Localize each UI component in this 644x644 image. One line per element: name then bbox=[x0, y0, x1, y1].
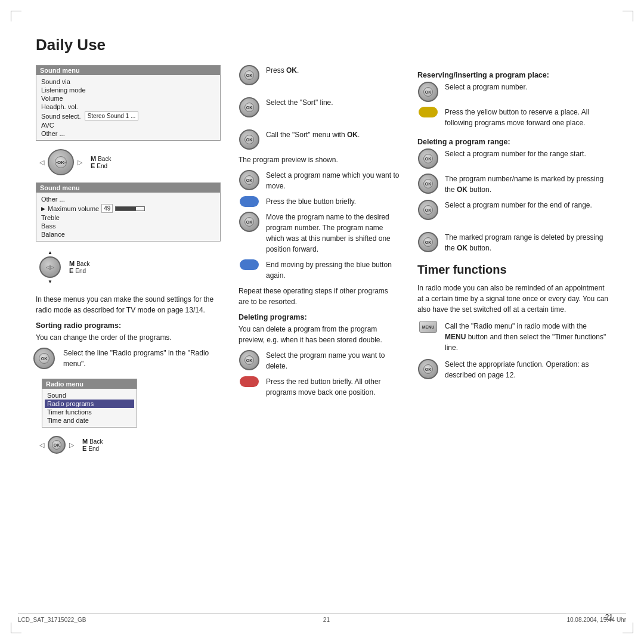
timer-title: Timer functions bbox=[417, 263, 608, 277]
move-program-text: Move the program name to the desired pro… bbox=[266, 212, 400, 255]
deleting-range-section: Deleting a program range: OK Select a pr… bbox=[417, 138, 608, 253]
page-footer: LCD_SAT_31715022_GB 21 10.08.2004, 15:44… bbox=[18, 613, 626, 623]
deleting-section: Deleting programs: You can delete a prog… bbox=[239, 313, 400, 398]
nav-ring-1[interactable]: ·OK· bbox=[48, 149, 74, 175]
radio-menu-timer: Timer functions bbox=[47, 408, 132, 416]
page-number: 21 bbox=[605, 613, 613, 621]
footer-left: LCD_SAT_31715022_GB bbox=[18, 617, 86, 623]
mark-by-ok-text: The program number/name is marked by pre… bbox=[445, 174, 608, 195]
call-sort-text: Call the "Sort" menu with OK. bbox=[266, 129, 400, 140]
move-program-row: OK Move the program name to the desired … bbox=[239, 212, 400, 255]
select-sort-text: Select the "Sort" line. bbox=[266, 97, 400, 108]
press-red-row: Press the red button briefly. All other … bbox=[239, 376, 400, 398]
blue-oval-2 bbox=[240, 259, 259, 270]
menu-item-sound-select: Sound select. Stereo Sound 1 ... bbox=[41, 111, 215, 121]
press-yellow-text: Press the yellow button to reserve a pla… bbox=[445, 107, 608, 128]
sound-menu-1: Sound menu Sound via Listening mode Volu… bbox=[36, 65, 221, 141]
menu-item-volume: Volume bbox=[41, 94, 215, 103]
menu-item-max-vol: ▶ Maximum volume 49 bbox=[41, 203, 215, 213]
red-oval bbox=[240, 376, 259, 387]
reserving-section: Reserving/inserting a program place: OK … bbox=[417, 71, 608, 128]
menu-button[interactable]: MENU bbox=[419, 321, 437, 333]
controls-row-1: ◁ ·OK· ▷ M Back E End bbox=[36, 147, 221, 178]
select-delete-text: Select the program name you want to dele… bbox=[266, 350, 400, 371]
footer-center: 21 bbox=[323, 617, 330, 623]
sound-menu-2: Sound menu Other ... ▶ Maximum volume 49… bbox=[36, 182, 221, 242]
sorting-text: You can change the order of the programs… bbox=[36, 332, 221, 343]
call-sort-row: OK Call the "Sort" menu with OK. bbox=[239, 129, 400, 150]
select-program-name-row: OK Select a program name which you want … bbox=[239, 170, 400, 191]
ok-btn-1[interactable]: ·OK· bbox=[55, 156, 67, 168]
press-blue-row: Press the blue button briefly. bbox=[239, 196, 400, 207]
select-delete-row: OK Select the program name you want to d… bbox=[239, 350, 400, 371]
end-moving-row: End moving by pressing the blue button a… bbox=[239, 259, 400, 281]
sound-select-value: Stereo Sound 1 ... bbox=[85, 112, 139, 120]
yellow-oval bbox=[419, 107, 438, 117]
back-label-2: Back bbox=[76, 261, 89, 267]
middle-column: OK Press OK. OK Select the "Sort" line. bbox=[239, 65, 400, 456]
sorting-section: Sorting radio programs: You can change t… bbox=[36, 321, 221, 456]
deleting-range-heading: Deleting a program range: bbox=[417, 138, 608, 146]
menu-item-balance: Balance bbox=[41, 230, 215, 239]
blue-oval-1 bbox=[240, 196, 259, 207]
back-label: Back bbox=[98, 156, 111, 162]
select-start-text: Select a program number for the range st… bbox=[445, 148, 608, 159]
select-program-name-text: Select a program name which you want to … bbox=[266, 170, 400, 191]
mark-by-ok-row: OK The program number/name is marked by … bbox=[417, 174, 608, 195]
body-text: In these menus you can make the sound se… bbox=[36, 294, 221, 315]
press-ok-row: OK Press OK. bbox=[239, 65, 400, 85]
select-sort-row: OK Select the "Sort" line. bbox=[239, 97, 400, 117]
end-label-1: End bbox=[97, 163, 107, 169]
repeat-text: Repeat these operating steps if other pr… bbox=[239, 286, 400, 307]
radio-menu-box: Radio menu Sound Radio programs Timer fu… bbox=[42, 379, 221, 428]
page-title: Daily Use bbox=[36, 36, 608, 54]
end-moving-text: End moving by pressing the blue button a… bbox=[266, 259, 400, 281]
reserving-heading: Reserving/inserting a program place: bbox=[417, 71, 608, 79]
controls-row-3: ◁ OK ▷ M Back E End bbox=[36, 434, 221, 456]
select-function-row: OK Select the appropriate function. Oper… bbox=[417, 359, 608, 380]
marked-range-row: OK The marked program range is deleted b… bbox=[417, 232, 608, 253]
menu-item-avc: AVC bbox=[41, 121, 215, 129]
press-blue-text: Press the blue button briefly. bbox=[266, 196, 400, 207]
timer-section: Timer functions In radio mode you can al… bbox=[417, 263, 608, 380]
end-label-2: End bbox=[75, 268, 86, 274]
menu-item-sound-via: Sound via bbox=[41, 78, 215, 86]
press-red-text: Press the red button briefly. All other … bbox=[266, 376, 400, 398]
select-end-text: Select a program number for the end of r… bbox=[445, 200, 608, 210]
sound-menu-2-title: Sound menu bbox=[36, 183, 220, 193]
footer-right: 10.08.2004, 15:44 Uhr bbox=[566, 617, 626, 623]
call-radio-menu-text: Call the "Radio menu" in radio mode with… bbox=[445, 321, 608, 353]
program-preview-text: The program preview is shown. bbox=[239, 154, 400, 165]
sorting-instr-row: OK Select the line "Radio programs" in t… bbox=[36, 348, 221, 374]
select-function-text: Select the appropriate function. Operati… bbox=[445, 359, 608, 380]
sorting-instr-text: Select the line "Radio programs" in the … bbox=[63, 348, 221, 369]
right-column: Reserving/inserting a program place: OK … bbox=[417, 65, 608, 456]
menu-item-bass: Bass bbox=[41, 222, 215, 230]
marked-range-text: The marked program range is deleted by p… bbox=[445, 232, 608, 253]
controls-row-2: ▲ ◁▷ ▼ M Back E End bbox=[36, 247, 221, 287]
timer-intro: In radio mode you can also be reminded o… bbox=[417, 283, 608, 315]
radio-menu-radio-programs: Radio programs bbox=[45, 400, 134, 408]
nav-ring-3[interactable]: OK bbox=[48, 436, 66, 454]
sound-menu-1-title: Sound menu bbox=[36, 66, 220, 75]
deleting-text: You can delete a program from the progra… bbox=[239, 324, 400, 345]
press-yellow-row: Press the yellow button to reserve a pla… bbox=[417, 107, 608, 128]
menu-item-treble: Treble bbox=[41, 213, 215, 222]
menu-item-other-2: Other ... bbox=[41, 195, 215, 203]
menu-item-listening-mode: Listening mode bbox=[41, 86, 215, 94]
left-column: Sound menu Sound via Listening mode Volu… bbox=[36, 65, 221, 456]
radio-menu-sound: Sound bbox=[47, 391, 132, 400]
select-start-row: OK Select a program number for the range… bbox=[417, 148, 608, 169]
sorting-heading: Sorting radio programs: bbox=[36, 321, 221, 330]
nav-ring-2[interactable]: ◁▷ bbox=[39, 256, 61, 278]
deleting-heading: Deleting programs: bbox=[239, 313, 400, 321]
radio-menu-time-date: Time and date bbox=[47, 416, 132, 425]
menu-item-other: Other ... bbox=[41, 129, 215, 138]
select-end-row: OK Select a program number for the end o… bbox=[417, 200, 608, 220]
select-number-row: OK Select a program number. bbox=[417, 82, 608, 102]
ok-icon-sorting: OK bbox=[36, 348, 57, 374]
radio-menu-title: Radio menu bbox=[42, 379, 137, 389]
menu-item-headph-vol: Headph. vol. bbox=[41, 103, 215, 111]
select-number-text: Select a program number. bbox=[445, 82, 608, 92]
call-radio-menu-row: MENU Call the "Radio menu" in radio mode… bbox=[417, 321, 608, 353]
